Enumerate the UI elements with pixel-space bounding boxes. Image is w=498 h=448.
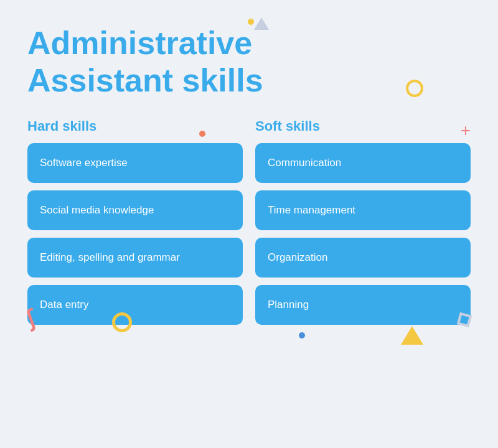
soft-skills-header: Soft skills (255, 118, 471, 134)
deco-circle-yellow-icon (406, 80, 423, 97)
skill-card-soft-3: Organization (255, 238, 471, 278)
skill-card-soft-2: Time management (255, 190, 471, 230)
soft-skills-column: Soft skills Communication Time managemen… (255, 118, 471, 332)
skill-card-hard-3: Editing, spelling and grammar (27, 238, 243, 278)
skill-card-hard-4: Data entry (27, 285, 243, 325)
deco-circle-yellow-bottom-icon (112, 312, 132, 332)
deco-plus-icon: + (461, 122, 471, 139)
skill-card-hard-2: Social media knowledge (27, 190, 243, 230)
skills-section: Hard skills Software expertise Social me… (27, 118, 471, 332)
skills-grid: Hard skills Software expertise Social me… (27, 118, 471, 332)
page-title: Administrative Assistant skills (27, 25, 471, 100)
skill-card-soft-1: Communication (255, 143, 471, 183)
skill-card-soft-4: Planning (255, 285, 471, 325)
hard-skills-column: Hard skills Software expertise Social me… (27, 118, 243, 332)
deco-triangle-bottom-right-icon (401, 326, 423, 345)
deco-dot-orange (199, 131, 205, 137)
deco-triangle-top-icon (254, 17, 269, 30)
deco-dot-yellow-top (248, 19, 254, 25)
hard-skills-header: Hard skills (27, 118, 243, 134)
skill-card-hard-1: Software expertise (27, 143, 243, 183)
deco-dot-blue-bottom (299, 332, 305, 338)
page-container: + Administrative Assistant skills Hard s… (0, 0, 498, 351)
